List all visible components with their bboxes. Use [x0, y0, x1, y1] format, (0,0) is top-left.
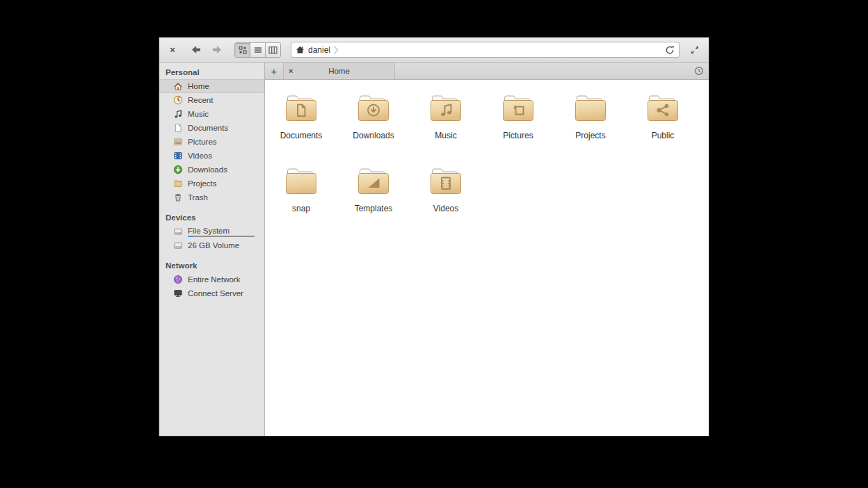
- grid-view-icon: [239, 46, 247, 54]
- folder-videos-icon: [428, 167, 463, 196]
- sidebar-item-label: Documents: [188, 124, 228, 132]
- document-icon: [173, 123, 183, 133]
- sidebar-item-label: Entire Network: [188, 275, 240, 284]
- forward-arrow-icon: [211, 44, 223, 55]
- file-manager-window: ×: [159, 37, 709, 437]
- sidebar-item-music[interactable]: Music: [159, 107, 264, 121]
- history-clock-icon: [694, 66, 704, 76]
- sidebar-item-documents[interactable]: Documents: [159, 121, 264, 135]
- back-button[interactable]: [188, 42, 204, 58]
- home-icon: [296, 45, 305, 54]
- file-item-pictures[interactable]: Pictures: [482, 94, 554, 140]
- folder-music-icon: [428, 94, 463, 123]
- sidebar-header-network: Network: [159, 257, 264, 273]
- file-item-music[interactable]: Music: [410, 94, 482, 140]
- sidebar-item-label: 26 GB Volume: [188, 241, 239, 250]
- sidebar-item-label: Pictures: [188, 138, 217, 146]
- sidebar-item-label: Home: [188, 82, 209, 90]
- folder-public-icon: [645, 94, 680, 123]
- folder-templates-icon: [356, 167, 391, 196]
- file-label: Videos: [433, 204, 458, 213]
- path-bar[interactable]: daniel: [291, 42, 680, 58]
- list-view-button[interactable]: [250, 43, 266, 57]
- sidebar: Personal Home: [159, 63, 265, 436]
- file-item-videos[interactable]: Videos: [410, 167, 482, 213]
- sidebar-item-downloads[interactable]: Downloads: [159, 163, 264, 177]
- column-view-button[interactable]: [266, 43, 280, 57]
- view-switcher: [234, 42, 281, 58]
- sidebar-item-label: Projects: [188, 179, 217, 188]
- downloads-icon: [173, 165, 183, 174]
- tab-home[interactable]: × Home: [284, 63, 395, 79]
- main-pane: + × Home: [265, 63, 709, 436]
- sidebar-item-entire-network[interactable]: Entire Network: [159, 273, 264, 286]
- sidebar-item-trash[interactable]: Trash: [159, 190, 264, 204]
- back-arrow-icon: [191, 44, 202, 55]
- list-view-icon: [254, 46, 262, 54]
- sidebar-item-label: Connect Server: [188, 289, 243, 298]
- sidebar-item-file-system[interactable]: File System: [159, 225, 264, 238]
- sidebar-item-label: Videos: [188, 152, 212, 160]
- file-label: snap: [292, 204, 310, 213]
- breadcrumb-home[interactable]: daniel: [296, 45, 330, 55]
- folder-snap-icon: [284, 167, 319, 196]
- icon-grid: Documents Downloads: [265, 94, 709, 213]
- harddisk-icon: [173, 227, 183, 236]
- new-tab-button[interactable]: +: [265, 63, 284, 79]
- sidebar-item-pictures[interactable]: Pictures: [159, 135, 264, 149]
- file-item-downloads[interactable]: Downloads: [337, 94, 410, 140]
- sidebar-item-recent[interactable]: Recent: [159, 93, 264, 107]
- sidebar-item-label: File System: [188, 227, 255, 235]
- file-label: Downloads: [353, 131, 394, 140]
- sidebar-item-label: Downloads: [188, 165, 227, 174]
- column-view-icon: [268, 46, 278, 54]
- folder-pictures-icon: [501, 94, 536, 123]
- file-item-public[interactable]: Public: [627, 94, 699, 140]
- expand-icon: [690, 45, 700, 55]
- chevron-right-icon: [333, 44, 339, 56]
- file-label: Pictures: [503, 131, 533, 140]
- disk-usage-bar: [188, 236, 255, 237]
- file-label: Public: [652, 131, 675, 140]
- folder-documents-icon: [284, 94, 319, 123]
- sidebar-item-label: Recent: [188, 96, 213, 104]
- refresh-button[interactable]: [665, 45, 675, 55]
- maximize-button[interactable]: [688, 43, 702, 57]
- sidebar-header-devices: Devices: [159, 209, 264, 225]
- network-icon: [173, 275, 183, 284]
- file-item-templates[interactable]: Templates: [337, 167, 410, 213]
- sidebar-item-label: Trash: [188, 193, 208, 202]
- disk-usage-fill: [188, 236, 194, 237]
- music-icon: [173, 109, 183, 119]
- window-body: Personal Home: [159, 63, 709, 436]
- window-close-button[interactable]: ×: [166, 44, 179, 56]
- restore-closed-tab-button[interactable]: [689, 63, 709, 79]
- sidebar-item-videos[interactable]: Videos: [159, 149, 264, 163]
- server-icon: [173, 288, 183, 298]
- sidebar-item-projects[interactable]: Projects: [159, 177, 264, 190]
- grid-view-button[interactable]: [235, 43, 250, 57]
- breadcrumb-label: daniel: [308, 45, 330, 55]
- trash-icon: [173, 193, 183, 202]
- folder-downloads-icon: [356, 94, 391, 123]
- folder-projects-icon: [573, 94, 608, 123]
- sidebar-header-personal: Personal: [159, 64, 264, 79]
- videos-icon: [173, 151, 183, 161]
- toolbar: ×: [159, 38, 709, 63]
- file-label: Music: [435, 131, 456, 140]
- file-item-documents[interactable]: Documents: [265, 94, 337, 140]
- file-label: Projects: [575, 131, 605, 140]
- sidebar-item-connect-server[interactable]: Connect Server: [159, 286, 264, 300]
- file-item-projects[interactable]: Projects: [554, 94, 627, 140]
- folder-icon: [173, 179, 183, 188]
- pictures-icon: [173, 137, 183, 147]
- harddisk-icon: [173, 241, 183, 250]
- tab-bar: + × Home: [265, 63, 709, 80]
- file-label: Documents: [280, 131, 323, 140]
- sidebar-item-26gb-volume[interactable]: 26 GB Volume: [159, 238, 264, 252]
- home-icon: [173, 81, 183, 91]
- file-item-snap[interactable]: snap: [265, 167, 337, 213]
- tab-close-icon[interactable]: ×: [289, 67, 293, 75]
- forward-button[interactable]: [209, 42, 225, 58]
- sidebar-item-home[interactable]: Home: [159, 79, 264, 93]
